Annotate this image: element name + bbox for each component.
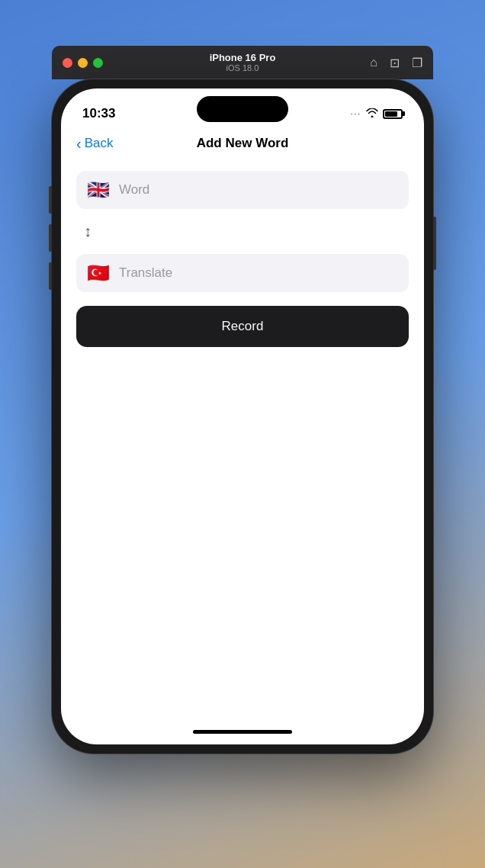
content-area: 🇬🇧 ↕ 🇹🇷 Record (61, 159, 424, 724)
home-bar (193, 730, 292, 734)
status-time: 10:33 (82, 106, 115, 121)
maximize-button[interactable] (93, 58, 103, 68)
back-label: Back (85, 136, 114, 151)
record-button[interactable]: Record (76, 306, 409, 347)
page-title: Add New Word (197, 136, 289, 151)
home-indicator (61, 724, 424, 744)
back-button[interactable]: ‹ Back (76, 135, 113, 153)
device-name: iPhone 16 Pro (210, 52, 276, 64)
minimize-button[interactable] (78, 58, 88, 68)
iphone-screen: 10:33 ··· ‹ Back (61, 88, 424, 744)
wifi-icon (366, 108, 378, 120)
iphone-frame: 10:33 ··· ‹ Back (52, 79, 433, 754)
swap-icon[interactable]: ↕ (84, 223, 92, 240)
back-chevron-icon: ‹ (76, 135, 82, 153)
clipboard-icon[interactable]: ❐ (412, 56, 422, 70)
word-input-row: 🇬🇧 (76, 171, 409, 209)
battery-fill (385, 111, 397, 117)
traffic-lights (63, 58, 103, 68)
word-input[interactable] (119, 182, 398, 198)
toolbar-icons: ⌂ ⊡ ❐ (370, 56, 422, 70)
translate-input[interactable] (119, 265, 398, 281)
translate-input-row: 🇹🇷 (76, 254, 409, 292)
mac-toolbar: iPhone 16 Pro iOS 18.0 ⌂ ⊡ ❐ (52, 46, 433, 79)
home-icon[interactable]: ⌂ (370, 56, 377, 69)
uk-flag-icon: 🇬🇧 (87, 179, 110, 201)
toolbar-title: iPhone 16 Pro iOS 18.0 (210, 52, 276, 74)
close-button[interactable] (63, 58, 72, 68)
nav-bar: ‹ Back Add New Word (61, 128, 424, 159)
battery-icon (383, 109, 403, 119)
status-icons: ··· (351, 108, 403, 120)
swap-icon-row: ↕ (76, 220, 409, 243)
dynamic-island (197, 96, 288, 122)
signal-dots-icon: ··· (351, 110, 361, 118)
status-bar: 10:33 ··· (61, 88, 424, 128)
screenshot-icon[interactable]: ⊡ (390, 56, 400, 70)
tr-flag-icon: 🇹🇷 (87, 262, 110, 284)
ios-version: iOS 18.0 (210, 63, 276, 73)
